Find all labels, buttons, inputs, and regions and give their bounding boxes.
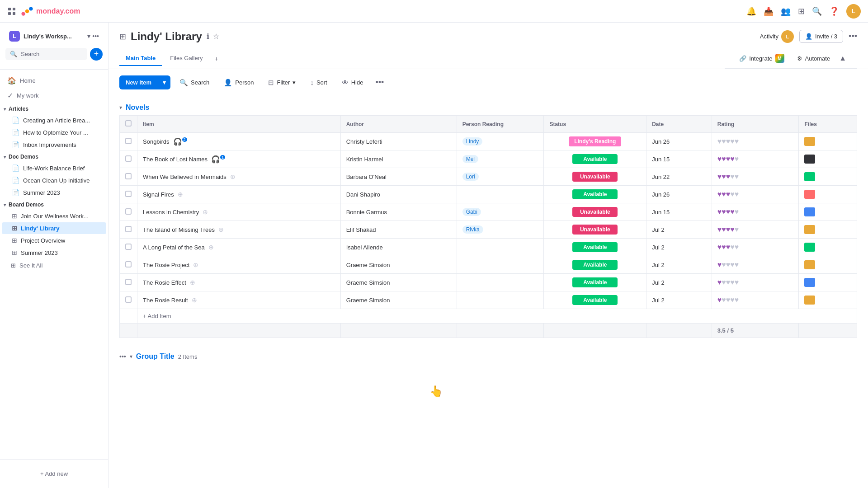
- star-empty[interactable]: ♥: [735, 137, 739, 145]
- file-thumbnail[interactable]: [804, 137, 815, 146]
- status-cell[interactable]: Unavailable: [544, 168, 646, 186]
- group2-toggle[interactable]: ▾: [130, 353, 132, 360]
- star-empty[interactable]: ♥: [735, 225, 739, 233]
- file-thumbnail[interactable]: [804, 278, 815, 287]
- status-cell[interactable]: Available: [544, 239, 646, 256]
- people-icon[interactable]: 👥: [781, 6, 791, 16]
- star-filled[interactable]: ♥: [726, 225, 731, 233]
- automate-button[interactable]: ⚙ Automate: [793, 53, 834, 64]
- status-cell[interactable]: Lindy's Reading: [544, 133, 646, 150]
- group2-more-icon[interactable]: •••: [119, 353, 126, 360]
- status-badge[interactable]: Unavailable: [572, 172, 618, 182]
- row-checkbox[interactable]: [125, 261, 132, 267]
- add-person-icon[interactable]: ⊕: [190, 279, 195, 286]
- status-cell[interactable]: Available: [544, 186, 646, 203]
- add-button[interactable]: +: [90, 48, 103, 61]
- star-empty[interactable]: ♥: [730, 296, 735, 304]
- invite-button[interactable]: 👤 Invite / 3: [799, 30, 843, 43]
- file-thumbnail[interactable]: [804, 155, 815, 164]
- star-empty[interactable]: ♥: [722, 137, 726, 145]
- rating-cell[interactable]: ♥♥♥♥♥: [712, 186, 799, 203]
- star-filled[interactable]: ♥: [717, 208, 722, 216]
- sort-button[interactable]: ↕ Sort: [305, 75, 332, 89]
- section-articles[interactable]: ▾ Articles: [0, 103, 108, 114]
- add-person-icon[interactable]: ⊕: [230, 173, 236, 180]
- sidebar-item-project[interactable]: ⊞ Project Overview: [2, 235, 106, 246]
- user-avatar[interactable]: L: [846, 4, 861, 19]
- sidebar-item-summer2023a[interactable]: 📄 Summer 2023: [2, 187, 106, 198]
- row-checkbox[interactable]: [125, 191, 132, 197]
- add-person-icon[interactable]: ⊕: [192, 296, 197, 304]
- filter-button[interactable]: ⊟ Filter ▾: [263, 75, 301, 90]
- star-filled[interactable]: ♥: [717, 155, 722, 163]
- star-filled[interactable]: ♥: [726, 243, 731, 251]
- rating-cell[interactable]: ♥♥♥♥♥: [712, 239, 799, 256]
- add-person-icon[interactable]: ⊕: [218, 226, 224, 233]
- sidebar-item-summer2023b[interactable]: ⊞ Summer 2023: [2, 247, 106, 258]
- more-icon[interactable]: •••: [92, 33, 99, 40]
- star-empty[interactable]: ♥: [735, 190, 739, 198]
- bell-icon[interactable]: 🔔: [746, 6, 756, 16]
- person-button[interactable]: 👤 Person: [218, 75, 259, 90]
- star-empty[interactable]: ♥: [730, 137, 735, 145]
- status-badge[interactable]: Available: [572, 189, 618, 199]
- star-filled[interactable]: ♥: [717, 278, 722, 286]
- star-empty[interactable]: ♥: [735, 243, 739, 251]
- star-empty[interactable]: ♥: [730, 173, 735, 180]
- status-badge[interactable]: Lindy's Reading: [569, 136, 621, 146]
- files-cell[interactable]: [799, 256, 857, 274]
- star-empty[interactable]: ♥: [726, 278, 731, 286]
- row-checkbox[interactable]: [125, 244, 132, 250]
- sidebar-item-article3[interactable]: 📄 Inbox Improvements: [2, 139, 106, 150]
- star-empty[interactable]: ♥: [726, 261, 731, 268]
- apps-icon[interactable]: ⊞: [798, 6, 805, 16]
- file-thumbnail[interactable]: [804, 260, 815, 269]
- group1-toggle[interactable]: ▾: [119, 104, 122, 111]
- status-cell[interactable]: Available: [544, 256, 646, 274]
- search-icon[interactable]: 🔍: [812, 6, 822, 16]
- status-cell[interactable]: Available: [544, 150, 646, 168]
- rating-cell[interactable]: ♥♥♥♥♥: [712, 203, 799, 221]
- audio-icon[interactable]: 🎧2: [173, 137, 187, 146]
- star-filled[interactable]: ♥: [717, 173, 722, 180]
- star-filled[interactable]: ♥: [726, 190, 731, 198]
- add-person-icon[interactable]: ⊕: [208, 244, 214, 251]
- sidebar-item-library[interactable]: ⊞ Lindy' Library: [2, 222, 106, 234]
- file-thumbnail[interactable]: [804, 296, 815, 305]
- star-filled[interactable]: ♥: [717, 296, 722, 304]
- status-badge[interactable]: Available: [572, 277, 618, 287]
- section-boarddemos[interactable]: ▾ Board Demos: [0, 199, 108, 210]
- rating-cell[interactable]: ♥♥♥♥♥: [712, 291, 799, 309]
- tab-maintable[interactable]: Main Table: [119, 51, 162, 66]
- star-filled[interactable]: ♥: [717, 261, 722, 268]
- file-thumbnail[interactable]: [804, 172, 815, 181]
- status-cell[interactable]: Unavailable: [544, 203, 646, 221]
- row-checkbox[interactable]: [125, 279, 132, 285]
- files-cell[interactable]: [799, 291, 857, 309]
- search-bar[interactable]: 🔍 Search: [5, 48, 87, 60]
- rating-cell[interactable]: ♥♥♥♥♥: [712, 256, 799, 274]
- add-item-cell[interactable]: + Add Item: [137, 309, 857, 324]
- rating-cell[interactable]: ♥♥♥♥♥: [712, 150, 799, 168]
- star-filled[interactable]: ♥: [717, 243, 722, 251]
- star-filled[interactable]: ♥: [722, 208, 726, 216]
- star-empty[interactable]: ♥: [735, 261, 739, 268]
- row-checkbox[interactable]: [125, 296, 132, 303]
- files-cell[interactable]: [799, 203, 857, 221]
- row-checkbox[interactable]: [125, 155, 132, 162]
- grid-icon[interactable]: [7, 7, 16, 16]
- tab-add-button[interactable]: +: [211, 52, 222, 66]
- status-badge[interactable]: Available: [572, 242, 618, 252]
- star-filled[interactable]: ♥: [730, 225, 735, 233]
- files-cell[interactable]: [799, 274, 857, 291]
- sidebar-item-article1[interactable]: 📄 Creating an Article Brea...: [2, 114, 106, 126]
- chevron-down-icon[interactable]: ▾: [87, 33, 90, 40]
- app-logo[interactable]: monday.com: [21, 5, 80, 18]
- tab-filesgallery[interactable]: Files Gallery: [164, 51, 209, 66]
- row-checkbox[interactable]: [125, 226, 132, 232]
- file-thumbnail[interactable]: [804, 190, 815, 199]
- file-thumbnail[interactable]: [804, 207, 815, 216]
- status-badge[interactable]: Unavailable: [572, 207, 618, 217]
- sidebar-item-lifework[interactable]: 📄 Life-Work Balance Brief: [2, 162, 106, 174]
- star-empty[interactable]: ♥: [726, 137, 731, 145]
